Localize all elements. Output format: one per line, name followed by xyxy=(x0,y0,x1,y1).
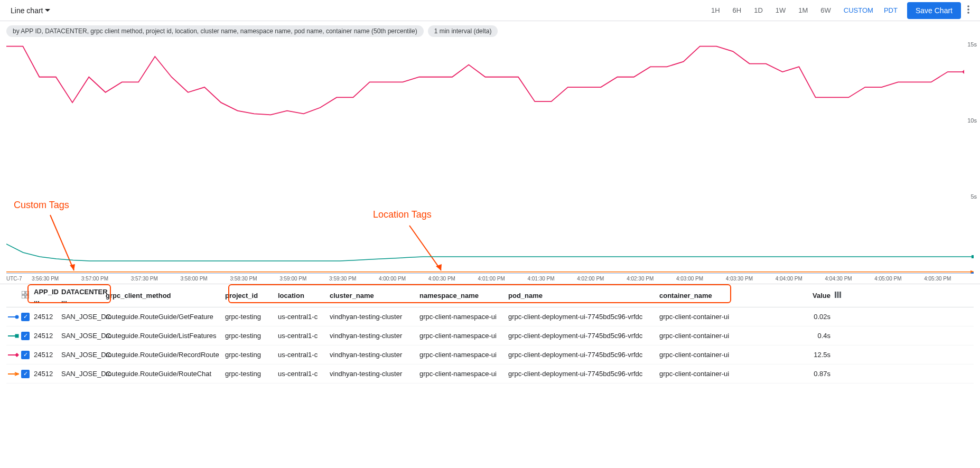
col-header-method[interactable]: grpc_client_method xyxy=(106,292,225,299)
filter-pills-row: by APP ID, DATACENTER, grpc client metho… xyxy=(0,21,980,41)
interval-pill[interactable]: 1 min interval (delta) xyxy=(428,25,498,37)
svg-rect-17 xyxy=(837,292,839,298)
x-tick-label: 4:01:00 PM xyxy=(478,276,528,282)
cell-pod: grpc-client-deployment-ui-7745bd5c96-vrf… xyxy=(508,351,659,359)
table-row[interactable]: ✓ 24512 SAN_JOSE_DC routeguide.RouteGuid… xyxy=(6,345,974,364)
header-bar: Line chart 1H6H1D1W1M6WCUSTOM PDT Save C… xyxy=(0,0,980,21)
svg-point-2 xyxy=(967,12,969,14)
time-range-6w[interactable]: 6W xyxy=(815,3,836,17)
col-header-container[interactable]: container_name xyxy=(659,292,801,299)
timezone-toggle[interactable]: PDT xyxy=(879,3,903,17)
cell-method: routeguide.RouteGuide/ListFeatures xyxy=(106,332,225,340)
col-header-cluster[interactable]: cluster_name xyxy=(330,292,419,299)
table-row[interactable]: ✓ 24512 SAN_JOSE_DC routeguide.RouteGuid… xyxy=(6,326,974,345)
x-tick-label: 3:59:30 PM xyxy=(329,276,379,282)
annotation-layer: Custom Tags Location Tags xyxy=(0,200,980,242)
legend-table: APP_ID ... DATACENTER ... grpc_client_me… xyxy=(6,284,974,383)
cell-pod: grpc-client-deployment-ui-7745bd5c96-vrf… xyxy=(508,313,659,321)
x-tick-label: 3:56:30 PM xyxy=(32,276,81,282)
cell-namespace: grpc-client-namespace-ui xyxy=(419,313,508,321)
time-range-6h[interactable]: 6H xyxy=(727,3,747,17)
cell-value: 0.02s xyxy=(801,313,830,321)
columns-settings-icon[interactable] xyxy=(830,292,841,299)
svg-rect-15 xyxy=(26,295,29,298)
cell-location: us-central1-c xyxy=(278,313,330,321)
x-axis-timezone: UTC-7 xyxy=(6,276,32,282)
cell-location: us-central1-c xyxy=(278,332,330,340)
cell-appid: 24512 xyxy=(32,351,61,359)
col-header-project[interactable]: project_id xyxy=(225,292,278,299)
y-tick-label: 10s xyxy=(967,117,977,124)
svg-rect-16 xyxy=(835,292,836,298)
cell-datacenter: SAN_JOSE_DC xyxy=(61,370,106,378)
time-range-group: 1H6H1D1W1M6WCUSTOM xyxy=(706,3,879,17)
cell-project: grpc-testing xyxy=(225,351,278,359)
time-range-custom[interactable]: CUSTOM xyxy=(838,3,879,17)
x-tick-label: 4:03:00 PM xyxy=(676,276,726,282)
svg-marker-22 xyxy=(15,372,19,376)
svg-marker-21 xyxy=(15,353,19,357)
cell-namespace: grpc-client-namespace-ui xyxy=(419,351,508,359)
table-row[interactable]: ✓ 24512 SAN_JOSE_DC routeguide.RouteGuid… xyxy=(6,307,974,326)
col-header-value[interactable]: Value xyxy=(801,292,830,299)
grid-icon[interactable] xyxy=(22,291,29,300)
overflow-menu-icon[interactable] xyxy=(963,1,974,20)
save-chart-button[interactable]: Save Chart xyxy=(907,2,961,19)
col-header-appid[interactable]: APP_ID ... xyxy=(32,288,61,304)
row-checkbox[interactable]: ✓ xyxy=(21,332,30,340)
cell-datacenter: SAN_JOSE_DC xyxy=(61,313,106,321)
cell-project: grpc-testing xyxy=(225,313,278,321)
x-tick-label: 3:58:00 PM xyxy=(181,276,230,282)
series-marker-icon xyxy=(8,335,17,336)
annotation-location-tags-label: Location Tags xyxy=(373,209,432,220)
y-tick-label: 5s xyxy=(970,193,977,200)
cell-datacenter: SAN_JOSE_DC xyxy=(61,332,106,340)
x-tick-label: 4:04:00 PM xyxy=(776,276,825,282)
chart-type-label: Line chart xyxy=(11,6,43,15)
time-range-1w[interactable]: 1W xyxy=(770,3,791,17)
time-range-1h[interactable]: 1H xyxy=(706,3,725,17)
svg-rect-12 xyxy=(22,291,25,294)
main-chart[interactable]: 15s 10s 5s xyxy=(6,41,964,200)
cell-cluster: vindhyan-testing-cluster xyxy=(330,370,419,378)
cell-method: routeguide.RouteGuide/GetFeature xyxy=(106,313,225,321)
cell-value: 12.5s xyxy=(801,351,830,359)
cell-container: grpc-client-container-ui xyxy=(659,351,801,359)
cell-container: grpc-client-container-ui xyxy=(659,332,801,340)
col-header-pod[interactable]: pod_name xyxy=(508,292,659,299)
svg-rect-14 xyxy=(22,295,25,298)
chart-type-dropdown[interactable]: Line chart xyxy=(6,3,54,18)
cell-project: grpc-testing xyxy=(225,370,278,378)
col-header-location[interactable]: location xyxy=(278,292,330,299)
overview-chart[interactable]: 0 xyxy=(6,242,974,274)
cell-container: grpc-client-container-ui xyxy=(659,313,801,321)
svg-rect-18 xyxy=(839,292,841,298)
cell-value: 0.87s xyxy=(801,370,830,378)
x-tick-label: 4:04:30 PM xyxy=(825,276,875,282)
cell-appid: 24512 xyxy=(32,332,61,340)
cell-value: 0.4s xyxy=(801,332,830,340)
cell-pod: grpc-client-deployment-ui-7745bd5c96-vrf… xyxy=(508,370,659,378)
cell-cluster: vindhyan-testing-cluster xyxy=(330,351,419,359)
x-tick-label: 4:02:00 PM xyxy=(577,276,627,282)
cell-appid: 24512 xyxy=(32,370,61,378)
row-checkbox[interactable]: ✓ xyxy=(21,370,30,378)
x-tick-label: 4:00:30 PM xyxy=(428,276,478,282)
x-axis: UTC-73:56:30 PM3:57:00 PM3:57:30 PM3:58:… xyxy=(0,274,980,284)
time-range-1m[interactable]: 1M xyxy=(793,3,813,17)
svg-point-0 xyxy=(967,5,969,7)
annotation-custom-tags-label: Custom Tags xyxy=(14,200,69,211)
row-checkbox[interactable]: ✓ xyxy=(21,351,30,359)
time-range-1d[interactable]: 1D xyxy=(749,3,768,17)
table-row[interactable]: ✓ 24512 SAN_JOSE_DC routeguide.RouteGuid… xyxy=(6,364,974,383)
cell-container: grpc-client-container-ui xyxy=(659,370,801,378)
groupby-pill[interactable]: by APP ID, DATACENTER, grpc client metho… xyxy=(6,25,424,37)
cell-cluster: vindhyan-testing-cluster xyxy=(330,313,419,321)
cell-pod: grpc-client-deployment-ui-7745bd5c96-vrf… xyxy=(508,332,659,340)
cell-method: routeguide.RouteGuide/RecordRoute xyxy=(106,351,225,359)
cell-cluster: vindhyan-testing-cluster xyxy=(330,332,419,340)
y-tick-label: 15s xyxy=(967,41,977,48)
row-checkbox[interactable]: ✓ xyxy=(21,313,30,321)
col-header-datacenter[interactable]: DATACENTER ... xyxy=(61,288,106,304)
col-header-namespace[interactable]: namespace_name xyxy=(419,292,508,299)
